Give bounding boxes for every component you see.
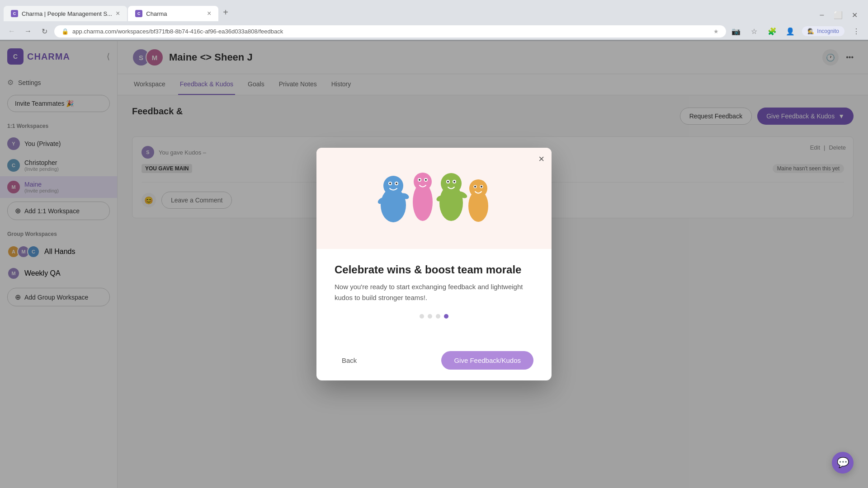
chat-icon: 💬 bbox=[837, 457, 849, 469]
svg-point-19 bbox=[453, 181, 455, 183]
tab-label-2: Charma bbox=[146, 10, 167, 17]
browser-nav-icons: 📷 ☆ 🧩 👤 🕵 Incognito ⋮ bbox=[730, 25, 863, 38]
svg-point-26 bbox=[474, 186, 476, 188]
incognito-label: Incognito bbox=[817, 28, 839, 34]
modal-overlay[interactable]: × bbox=[118, 41, 868, 488]
main-content: S M Maine <> Sheen J 🕐 ••• Workspace Fee… bbox=[118, 41, 868, 488]
dot-4 bbox=[444, 314, 448, 319]
tab-label-1: Charma | People Management S... bbox=[22, 10, 112, 17]
tab-charma[interactable]: C Charma × bbox=[128, 6, 218, 21]
back-button[interactable]: ← bbox=[5, 25, 18, 38]
tab-close-1[interactable]: × bbox=[116, 9, 120, 18]
reload-button[interactable]: ↻ bbox=[38, 25, 51, 38]
app-layout: C CHARMA ⟨ ⚙ Settings Invite Teammates 🎉… bbox=[0, 41, 868, 488]
kudos-illustration bbox=[366, 162, 502, 235]
modal-footer: Back Give Feedback/Kudos bbox=[316, 344, 552, 380]
modal-back-button[interactable]: Back bbox=[335, 353, 364, 368]
tab-favicon-1: C bbox=[11, 10, 18, 17]
maximize-button[interactable]: ⬜ bbox=[832, 9, 844, 21]
dot-1 bbox=[420, 314, 424, 319]
more-button[interactable]: ⋮ bbox=[850, 25, 863, 38]
new-tab-button[interactable]: + bbox=[219, 4, 232, 21]
profile-icon[interactable]: 👤 bbox=[784, 25, 797, 38]
minimize-button[interactable]: – bbox=[816, 9, 828, 21]
svg-point-4 bbox=[389, 183, 391, 184]
svg-point-15 bbox=[441, 173, 462, 194]
modal-wrapper: × bbox=[316, 148, 552, 380]
svg-point-1 bbox=[383, 176, 403, 196]
cast-icon[interactable]: 📷 bbox=[730, 25, 742, 38]
modal-body: Celebrate wins & boost team morale Now y… bbox=[316, 249, 552, 344]
svg-point-18 bbox=[447, 181, 449, 183]
extensions-icon[interactable]: 🧩 bbox=[766, 25, 778, 38]
svg-point-13 bbox=[425, 179, 427, 181]
svg-point-23 bbox=[469, 179, 487, 197]
modal-description: Now you're ready to start exchanging fee… bbox=[335, 282, 533, 303]
svg-point-9 bbox=[414, 173, 432, 191]
bookmark-icon[interactable]: ☆ bbox=[748, 25, 760, 38]
dot-2 bbox=[428, 314, 432, 319]
svg-point-12 bbox=[419, 179, 420, 181]
tab-favicon-2: C bbox=[135, 10, 142, 17]
browser-chrome: C Charma | People Management S... × C Ch… bbox=[0, 0, 868, 41]
dot-3 bbox=[436, 314, 440, 319]
modal-give-feedback-button[interactable]: Give Feedback/Kudos bbox=[441, 351, 533, 370]
incognito-badge: 🕵 Incognito bbox=[802, 26, 844, 36]
browser-nav: ← → ↻ 🔒 app.charma.com/workspaces/bf371f… bbox=[0, 21, 868, 41]
close-window-button[interactable]: ✕ bbox=[848, 9, 861, 21]
browser-tabs: C Charma | People Management S... × C Ch… bbox=[0, 0, 868, 21]
tab-charma-people[interactable]: C Charma | People Management S... × bbox=[4, 6, 127, 21]
modal-close-button[interactable]: × bbox=[538, 153, 544, 165]
tab-close-2[interactable]: × bbox=[207, 9, 211, 18]
chat-fab-button[interactable]: 💬 bbox=[832, 452, 854, 474]
svg-point-27 bbox=[481, 186, 482, 188]
modal-title: Celebrate wins & boost team morale bbox=[335, 263, 533, 276]
svg-point-5 bbox=[396, 183, 397, 184]
celebration-modal: × bbox=[316, 148, 552, 380]
forward-button[interactable]: → bbox=[22, 25, 34, 38]
address-text: app.charma.com/workspaces/bf371fb8-8b74-… bbox=[72, 28, 710, 35]
modal-progress-dots bbox=[335, 314, 533, 319]
modal-illustration-area bbox=[316, 148, 552, 249]
address-bar[interactable]: 🔒 app.charma.com/workspaces/bf371fb8-8b7… bbox=[54, 25, 726, 38]
